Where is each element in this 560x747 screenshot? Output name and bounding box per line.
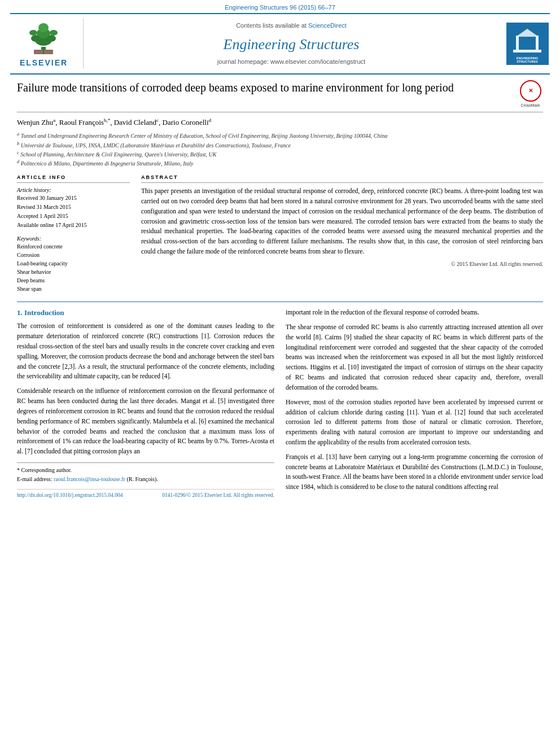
- article-meta-section: ARTICLE INFO Article history: Received 3…: [17, 174, 543, 294]
- svg-point-6: [29, 30, 37, 36]
- journal-header: ELSEVIER Contents lists available at Sci…: [10, 13, 550, 75]
- journal-title-section: Contents lists available at ScienceDirec…: [84, 19, 499, 69]
- journal-reference: Engineering Structures 96 (2015) 66–77: [0, 0, 560, 13]
- svg-point-5: [47, 35, 56, 42]
- author-2-sup: b,*: [104, 117, 110, 123]
- affiliation-d: d Politecnico di Milano, Dipartimento di…: [17, 159, 543, 168]
- email-label: E-mail address:: [17, 476, 52, 482]
- revised-date: Revised 31 March 2015: [17, 203, 130, 211]
- elsevier-logo: ELSEVIER: [20, 19, 68, 69]
- keywords-label: Keywords:: [17, 235, 130, 243]
- affiliation-c: c School of Planning, Architecture & Civ…: [17, 150, 543, 159]
- email-footnote: E-mail address: raoul.francois@insa-toul…: [17, 475, 274, 483]
- author-3-sup: c: [156, 117, 159, 123]
- corresponding-author-note: * Corresponding author.: [17, 466, 274, 474]
- affiliation-a: a Tunnel and Underground Engineering Res…: [17, 131, 543, 140]
- journal-logo-icon: ENGINEERING STRUCTURES: [508, 24, 547, 64]
- journal-logo-box: ENGINEERING STRUCTURES: [506, 23, 549, 65]
- intro-para-2: Considerable research on the influence o…: [17, 386, 274, 457]
- keywords-section: Keywords: Reinforced concrete Corrosion …: [17, 235, 130, 293]
- article-title: Failure mode transitions of corroded dee…: [17, 80, 509, 95]
- svg-rect-11: [513, 50, 541, 53]
- footnotes-section: * Corresponding author. E-mail address: …: [17, 462, 274, 483]
- svg-point-4: [31, 35, 40, 42]
- main-content: Failure mode transitions of corroded dee…: [0, 75, 560, 505]
- crossmark-label: CrossMark: [521, 103, 540, 108]
- affiliation-b: b Université de Toulouse, UPS, INSA, LMD…: [17, 141, 543, 150]
- body-right-col: important role in the reduction of the f…: [286, 308, 543, 499]
- right-para-3: However, most of the corrosion studies r…: [286, 397, 543, 448]
- section-divider: [17, 302, 543, 302]
- email-suffix: (R. François).: [126, 476, 158, 482]
- right-para-4: François et al. [13] have been carrying …: [286, 452, 543, 492]
- contents-available-line: Contents lists available at ScienceDirec…: [236, 21, 347, 30]
- journal-title: Engineering Structures: [224, 34, 360, 55]
- affiliations-section: a Tunnel and Underground Engineering Res…: [17, 131, 543, 168]
- article-history-section: Article history: Received 30 January 201…: [17, 186, 130, 229]
- intro-para-1: The corrosion of reinforcement is consid…: [17, 321, 274, 382]
- section-1-heading: 1. Introduction: [17, 308, 274, 318]
- doi-link[interactable]: http://dx.doi.org/10.1016/j.engstruct.20…: [17, 492, 123, 499]
- received-date: Received 30 January 2015: [17, 194, 130, 202]
- keyword-2: Corrosion: [17, 251, 130, 259]
- available-online-date: Available online 17 April 2015: [17, 221, 130, 229]
- elsevier-tree-icon: [20, 19, 68, 55]
- right-para-2: The shear response of corroded RC beams …: [286, 322, 543, 393]
- article-info-panel: ARTICLE INFO Article history: Received 3…: [17, 174, 130, 294]
- history-label: Article history:: [17, 186, 130, 194]
- body-left-col: 1. Introduction The corrosion of reinfor…: [17, 308, 274, 499]
- author-4: Dario Coronellid: [163, 118, 211, 126]
- accepted-date: Accepted 1 April 2015: [17, 212, 130, 220]
- issn-text: 0141-0296/© 2015 Elsevier Ltd. All right…: [162, 492, 274, 499]
- article-info-header: ARTICLE INFO: [17, 174, 130, 184]
- journal-homepage: journal homepage: www.elsevier.com/locat…: [217, 58, 365, 66]
- svg-point-3: [38, 23, 49, 32]
- body-content: 1. Introduction The corrosion of reinfor…: [17, 308, 543, 499]
- footer-links: http://dx.doi.org/10.1016/j.engstruct.20…: [17, 492, 274, 499]
- sciencedirect-link[interactable]: ScienceDirect: [308, 22, 347, 29]
- keyword-1: Reinforced concrete: [17, 243, 130, 251]
- keyword-6: Shear span: [17, 285, 130, 293]
- author-1: Wenjun Zhua: [17, 118, 55, 126]
- svg-rect-12: [516, 36, 519, 50]
- keyword-4: Shear behavior: [17, 268, 130, 276]
- svg-point-7: [50, 30, 58, 36]
- elsevier-wordmark: ELSEVIER: [20, 58, 68, 69]
- crossmark-badge[interactable]: ✕ CrossMark: [518, 80, 543, 108]
- footer-section: http://dx.doi.org/10.1016/j.engstruct.20…: [17, 489, 274, 499]
- author-1-sup: a: [53, 117, 55, 123]
- svg-text:STRUCTURES: STRUCTURES: [517, 60, 538, 63]
- right-para-1: important role in the reduction of the f…: [286, 308, 543, 318]
- svg-rect-13: [536, 36, 539, 50]
- authors-line: Wenjun Zhua, Raoul Françoisb,*, David Cl…: [17, 117, 543, 128]
- article-title-section: Failure mode transitions of corroded dee…: [17, 80, 543, 112]
- author-2: Raoul Françoisb,*: [59, 118, 110, 126]
- abstract-header: ABSTRACT: [141, 174, 543, 184]
- author-4-sup: d: [209, 117, 212, 123]
- elsevier-logo-section: ELSEVIER: [10, 19, 84, 69]
- journal-logo-section: ENGINEERING STRUCTURES: [499, 19, 550, 69]
- author-3: David Clelandc: [114, 118, 159, 126]
- keyword-5: Deep beams: [17, 277, 130, 285]
- copyright-line: © 2015 Elsevier Ltd. All rights reserved…: [141, 260, 543, 268]
- abstract-section: ABSTRACT This paper presents an investig…: [141, 174, 543, 294]
- email-address[interactable]: raoul.francois@insa-toulouse.fr: [54, 476, 125, 482]
- keyword-3: Load-bearing capacity: [17, 260, 130, 268]
- crossmark-circle: ✕: [520, 80, 541, 102]
- abstract-text: This paper presents an investigation of …: [141, 186, 543, 257]
